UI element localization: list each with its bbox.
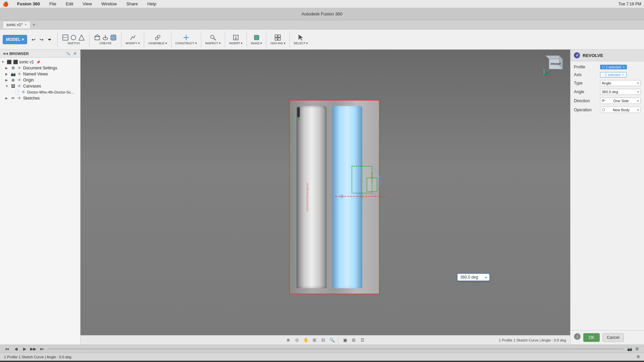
tree-icon-sketches: ✏: [10, 96, 16, 101]
tree-item-named-views[interactable]: ▶ 📷 👁 Named Views: [0, 71, 80, 77]
tree-icon-canvases: 🖼: [10, 84, 16, 88]
svg-text:Z: Z: [549, 70, 551, 73]
tree-label-canvas-file: Doctor-Who-4th-Doctor-Sc...: [27, 90, 74, 94]
nav-display-mode-btn[interactable]: ▣: [341, 337, 349, 344]
nav-zoom-out-btn[interactable]: ⊟: [320, 337, 327, 344]
apple-icon[interactable]: 🍎: [3, 1, 8, 7]
playback-end-btn[interactable]: ⏭: [39, 346, 45, 352]
model-mode-button[interactable]: MODEL ▾: [3, 35, 27, 44]
file-menu[interactable]: File: [47, 1, 58, 7]
profile-clear-btn[interactable]: ×: [623, 65, 625, 69]
help-menu[interactable]: Help: [145, 1, 158, 7]
playback-bar: ⏮ ◀ ▶ ▶▶ ⏭ 📷 ⚙: [0, 345, 644, 353]
axis-selected-badge[interactable]: ↕ 1 selected ×: [600, 72, 627, 77]
bottom-toolbar: ⊕ ⊙ ✋ ⊞ ⊟ 🔍 ▣ ⊞ ☰ 1 Profile 1 Sketch Cur…: [80, 335, 570, 345]
tree-icon-doc: ⚙: [10, 66, 16, 70]
revolve-ok-button[interactable]: OK: [583, 333, 600, 342]
revolve-operation-value: ⬡ New Body ▾: [600, 107, 641, 113]
angle-input-dropdown[interactable]: ▾: [485, 276, 487, 279]
assemble-dropdown[interactable]: ASSEMBLE ▾: [147, 33, 168, 46]
edit-menu[interactable]: Edit: [64, 1, 75, 7]
nav-zoom-in-btn[interactable]: 🔍: [328, 337, 336, 344]
tree-item-root[interactable]: ▼ ⬛ ⬛ sonic v1 📌: [0, 59, 80, 65]
nav-zoom-fit-btn[interactable]: ⊞: [311, 337, 318, 344]
revolve-operation-select[interactable]: ⬡ New Body ▾: [600, 107, 641, 113]
revolve-direction-value: ⟳ One Side ▾: [600, 98, 641, 104]
active-tab[interactable]: sonic v1* ×: [3, 21, 31, 28]
tab-add-btn[interactable]: +: [33, 22, 36, 28]
revolve-type-row: Type Angle ▾: [571, 79, 644, 87]
select-label: SELECT ▾: [294, 42, 308, 45]
tree-item-canvas-file[interactable]: 📄 👁 Doctor-Who-4th-Doctor-Sc...: [0, 89, 80, 95]
playback-next-btn[interactable]: ▶▶: [30, 346, 36, 352]
revolve-cancel-button[interactable]: Cancel: [602, 333, 624, 342]
inspect-dropdown[interactable]: INSPECT ▾: [204, 33, 222, 46]
nav-pan-btn[interactable]: ✋: [302, 337, 310, 344]
revolve-icon: ↺: [574, 52, 580, 58]
history-button[interactable]: ⏷: [46, 36, 53, 43]
playback-settings-btn[interactable]: ⚙: [634, 346, 640, 352]
tree-item-canvases[interactable]: ▼ 🖼 👁 Canvases: [0, 83, 80, 89]
tree-eye-views: 👁: [17, 72, 22, 76]
tree-item-sketches[interactable]: ▶ ✏ 👁 Sketches: [0, 95, 80, 101]
undo-button[interactable]: ↩: [30, 36, 37, 43]
insert-dropdown[interactable]: INSERT ▾: [228, 33, 244, 46]
make-dropdown[interactable]: MAKE ▾: [250, 33, 263, 46]
view-cube[interactable]: FRONT X Y Z: [544, 52, 568, 76]
tab-close-btn[interactable]: ×: [25, 23, 27, 26]
revolve-type-arrow: ▾: [637, 81, 639, 85]
tree-item-origin[interactable]: ▶ ⊕ 👁 Origin: [0, 77, 80, 83]
toolbar-divider-5: [171, 32, 171, 48]
toolbar-divider-3: [121, 32, 121, 48]
viewport[interactable]: com/user/tartanapsen ur Props: [80, 50, 570, 345]
nav-grid-btn[interactable]: ⊞: [350, 337, 358, 344]
modify-dropdown[interactable]: MODIFY ▾: [124, 33, 141, 46]
sketch-dropdown[interactable]: SKETCH: [60, 33, 87, 46]
revolve-operation-label: Operation: [574, 108, 598, 112]
addins-dropdown[interactable]: ADD-INS ▾: [269, 33, 287, 46]
select-dropdown[interactable]: SELECT ▾: [292, 33, 309, 46]
revolve-type-label: Type: [574, 81, 598, 85]
create-label: CREATE: [99, 42, 111, 45]
playback-timeline[interactable]: [48, 348, 624, 350]
revolve-type-select[interactable]: Angle ▾: [600, 80, 641, 86]
axis-clear-btn[interactable]: ×: [622, 73, 624, 77]
view-menu[interactable]: View: [80, 1, 94, 7]
playback-start-btn[interactable]: ⏮: [4, 346, 10, 352]
axis-selected-icon: ↕: [602, 73, 604, 76]
revolve-angle-input[interactable]: 360.0 deg ▾: [600, 89, 641, 95]
redo-button[interactable]: ↪: [38, 36, 45, 43]
tree-arrow-canvases: ▼: [5, 84, 9, 88]
tree-item-doc-settings[interactable]: ▶ ⚙ 👁 Document Settings: [0, 65, 80, 71]
share-menu[interactable]: Share: [124, 1, 140, 7]
svg-text:X: X: [551, 74, 553, 77]
toolbar-divider-7: [225, 32, 225, 48]
revolve-info-btn[interactable]: i: [574, 333, 581, 340]
profile-selected-badge[interactable]: ⬡ 1 selected ×: [600, 65, 627, 69]
nav-home-btn[interactable]: ⊕: [285, 337, 292, 344]
angle-input-floating[interactable]: ▾: [457, 274, 490, 281]
revolve-footer: i OK Cancel: [571, 330, 644, 345]
svg-rect-18: [254, 35, 259, 40]
tree-arrow-views: ▶: [5, 72, 9, 76]
tree-eye-origin: 👁: [17, 78, 22, 82]
browser-search-btn[interactable]: 🔍: [65, 51, 71, 56]
browser-settings-btn[interactable]: ⚙: [72, 51, 77, 56]
angle-value-input[interactable]: [460, 275, 484, 280]
window-menu[interactable]: Window: [99, 1, 119, 7]
playback-prev-btn[interactable]: ◀: [13, 346, 19, 352]
svg-point-2: [71, 35, 76, 40]
revolve-direction-select[interactable]: ⟳ One Side ▾: [600, 98, 641, 104]
playback-play-btn[interactable]: ▶: [21, 346, 28, 352]
revolve-profile-value: ⬡ 1 selected ×: [600, 65, 641, 69]
create-dropdown[interactable]: CREATE: [92, 33, 118, 46]
construct-dropdown[interactable]: CONSTRUCT ▾: [174, 33, 198, 46]
playback-camera-btn[interactable]: 📷: [627, 346, 633, 352]
revolve-direction-label: Direction: [574, 99, 598, 103]
browser-collapse-btn[interactable]: ◀◀: [3, 52, 8, 55]
browser-tree: ▼ ⬛ ⬛ sonic v1 📌 ▶ ⚙ 👁 Document Settings…: [0, 58, 80, 345]
nav-env-btn[interactable]: ☰: [359, 337, 366, 344]
nav-orbit-btn[interactable]: ⊙: [293, 337, 301, 344]
revolve-title: REVOLVE: [583, 53, 603, 58]
app-name-menu[interactable]: Fusion 360: [15, 1, 42, 7]
